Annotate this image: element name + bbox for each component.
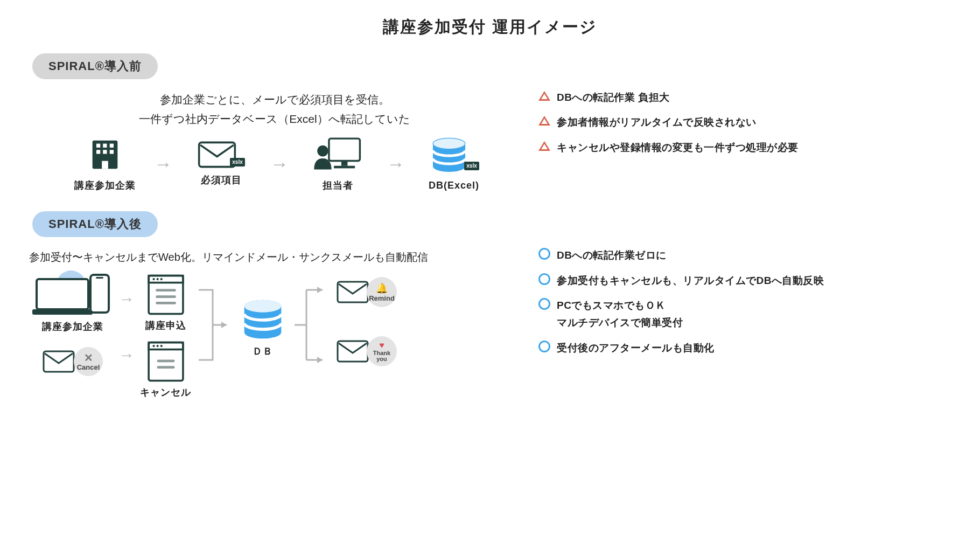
page-title: 講座参加受付 運用イメージ [27,16,953,38]
envelope-xslx-icon: xslx [198,141,244,168]
svg-rect-5 [96,150,100,154]
form-apply-icon [146,274,185,316]
svg-rect-4 [110,144,114,148]
remind-mail-icon: 🔔 Remind [337,277,397,307]
svg-point-24 [156,278,158,280]
remind-label: Remind [369,294,395,302]
before-desc-line2: 一件ずつ社内データベース（Excel）へ転記していた [139,113,410,125]
svg-rect-2 [96,144,100,148]
arrow-icon: → [118,346,135,364]
svg-rect-39 [338,341,368,362]
svg-rect-17 [32,309,93,315]
svg-rect-34 [157,360,174,363]
svg-rect-1 [102,161,108,169]
circle-ok-icon [538,248,550,260]
svg-rect-18 [90,275,109,313]
issue-item: 参加者情報がリアルタイムで反映されない [538,114,953,131]
issue-text: キャンセルや登録情報の変更も一件ずつ処理が必要 [557,139,799,156]
benefit-text: 参加受付もキャンセルも、リアルタイムでDBへ自動反映 [557,272,824,289]
arrow-icon: → [118,290,135,308]
heart-icon: ♥ [379,341,384,350]
benefit-item: DBへの転記作業ゼロに [538,247,953,264]
before-flow: 講座参加企業 → xslx 必須項目 → [65,136,522,192]
svg-rect-21 [149,276,183,314]
label-db-excel: DB(Excel) [429,180,479,191]
thankyou-label: Thank you [373,350,390,363]
xslx-badge: xslx [464,162,479,170]
merge-bracket-icon [197,274,234,376]
svg-point-23 [152,278,155,280]
svg-point-33 [160,345,162,347]
bell-icon: 🔔 [376,282,388,294]
benefit-item: 受付後のアフターメールも自動化 [538,339,953,357]
benefit-text: DBへの転記作業ゼロに [557,247,667,264]
label-company-after: 講座参加企業 [42,320,103,333]
svg-point-25 [160,278,162,280]
arrow-icon: → [387,154,405,175]
benefit-text: 受付後のアフターメールも自動化 [557,339,715,357]
svg-rect-11 [334,166,355,169]
before-desc-line1: 参加企業ごとに、メールで必須項目を受信。 [160,93,390,106]
svg-point-12 [317,145,328,157]
after-description: 参加受付〜キャンセルまでWeb化。リマインドメール・サンクスメールも自動配信 [29,248,522,266]
issue-text: 参加者情報がリアルタイムで反映されない [557,114,757,131]
circle-ok-icon [538,273,550,285]
devices-icon [32,274,113,317]
database-icon [240,299,286,342]
label-required: 必須項目 [201,174,242,186]
section-after: 参加受付〜キャンセルまでWeb化。リマインドメール・サンクスメールも自動配信 講 [27,242,953,399]
arrow-icon: → [270,154,289,175]
svg-rect-6 [103,150,107,154]
svg-rect-38 [338,282,368,302]
arrow-icon: → [154,154,172,175]
svg-rect-9 [329,138,360,161]
label-db: ＤＢ [253,345,273,358]
warning-triangle-icon [538,140,550,152]
issue-item: DBへの転記作業 負担大 [538,89,953,106]
benefit-text: PCでもスマホでもＯＫ マルチデバイスで簡単受付 [557,297,683,332]
circle-ok-icon [538,341,550,352]
issue-text: DBへの転記作業 負担大 [557,89,670,106]
svg-point-32 [156,345,158,347]
svg-rect-7 [110,150,114,154]
svg-rect-28 [156,302,176,304]
split-bracket-icon [291,274,331,376]
svg-rect-16 [37,279,88,309]
after-flow: 講座参加企業 ✕ Cancel → → [32,274,522,399]
x-icon: ✕ [84,352,93,363]
svg-rect-20 [44,351,74,372]
svg-rect-26 [156,289,176,292]
thankyou-mail-icon: ♥ Thank you [337,336,397,366]
label-company: 講座参加企業 [74,179,136,192]
circle-ok-icon [538,298,550,310]
benefit-item: PCでもスマホでもＯＫ マルチデバイスで簡単受付 [538,297,953,332]
label-cancel: キャンセル [140,386,191,399]
badge-before: SPIRAL®導入前 [32,53,158,79]
section-before: 参加企業ごとに、メールで必須項目を受信。 一件ずつ社内データベース（Excel）… [27,85,953,192]
issue-item: キャンセルや登録情報の変更も一件ずつ処理が必要 [538,139,953,156]
svg-rect-19 [96,277,103,279]
warning-triangle-icon [538,115,550,127]
svg-rect-35 [157,366,174,369]
warning-triangle-icon [538,90,550,102]
badge-after: SPIRAL®導入後 [32,211,158,237]
svg-point-37 [244,300,282,313]
label-staff: 担当者 [323,179,353,192]
after-benefits: DBへの転記作業ゼロに 参加受付もキャンセルも、リアルタイムでDBへ自動反映 P… [538,242,953,364]
cancel-envelope-icon: ✕ Cancel [43,347,103,376]
staff-icon [313,136,362,174]
database-excel-icon: xslx [429,137,479,175]
label-apply: 講座申込 [145,319,186,332]
form-cancel-icon [146,341,185,383]
benefit-item: 参加受付もキャンセルも、リアルタイムでDBへ自動反映 [538,272,953,289]
svg-point-31 [152,345,155,347]
before-description: 参加企業ごとに、メールで必須項目を受信。 一件ずつ社内データベース（Excel）… [27,90,522,128]
cancel-badge-label: Cancel [77,363,100,371]
before-issues: DBへの転記作業 負担大 参加者情報がリアルタイムで反映されない キャンセルや登… [538,85,953,164]
svg-rect-10 [341,161,348,166]
svg-rect-27 [156,296,176,299]
xslx-badge: xslx [230,158,244,166]
building-icon [86,136,124,174]
svg-rect-3 [103,144,107,148]
